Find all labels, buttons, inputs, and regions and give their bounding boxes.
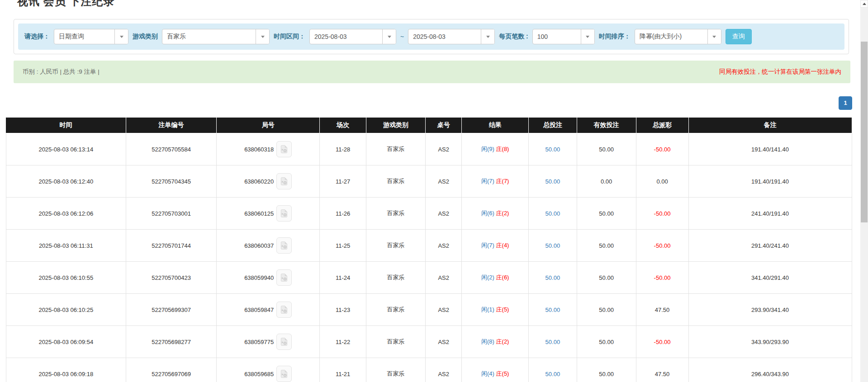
video-replay-button[interactable] <box>276 269 292 286</box>
cell-valid-bet: 50.00 <box>577 294 636 326</box>
total-bet-link[interactable]: 50.00 <box>545 339 560 345</box>
cell-time: 2025-08-03 06:10:55 <box>6 262 126 294</box>
result-banker: 庄(5) <box>496 306 509 313</box>
total-bet-link[interactable]: 50.00 <box>545 274 560 281</box>
cell-result: 闲(6) 庄(2) <box>462 198 529 230</box>
column-header: 总派彩 <box>636 118 688 133</box>
date-from-select[interactable]: 2025-08-03 <box>309 29 396 44</box>
select-type-label: 请选择： <box>24 33 50 41</box>
cell-table-no: AS2 <box>425 326 461 358</box>
video-replay-icon <box>280 369 289 379</box>
cell-payout: -50.00 <box>636 262 688 294</box>
date-to-select[interactable]: 2025-08-03 <box>408 29 495 44</box>
chevron-down-icon <box>481 29 494 44</box>
cell-payout: -50.00 <box>636 326 688 358</box>
result-banker: 庄(7) <box>496 178 509 184</box>
column-header: 总投注 <box>529 118 577 133</box>
cell-session: 11-22 <box>320 326 366 358</box>
vertical-scrollbar[interactable] <box>860 0 868 382</box>
page-size-label: 每页笔数 : <box>499 33 528 41</box>
video-replay-button[interactable] <box>276 302 292 318</box>
cell-game-type: 百家乐 <box>366 230 426 262</box>
column-header: 场次 <box>320 118 366 133</box>
cell-table-no: AS2 <box>425 165 461 198</box>
cell-session: 11-24 <box>320 262 366 294</box>
table-row: 2025-08-03 06:12:40522705704345638060220… <box>6 165 852 198</box>
cell-round: 638059775 <box>217 326 320 358</box>
video-replay-button[interactable] <box>276 334 292 350</box>
cell-total-bet: 50.00 <box>529 230 577 262</box>
page-size-select[interactable]: 100 <box>532 29 595 44</box>
cell-total-bet: 50.00 <box>529 358 577 382</box>
video-replay-button[interactable] <box>276 237 292 254</box>
video-replay-button[interactable] <box>276 366 292 382</box>
video-replay-icon <box>280 337 289 347</box>
round-number: 638059685 <box>244 371 274 377</box>
cell-payout: -50.00 <box>636 230 688 262</box>
cell-bet-id: 522705698277 <box>126 326 217 358</box>
cell-valid-bet: 50.00 <box>577 198 636 230</box>
page-1-button[interactable]: 1 <box>839 96 852 110</box>
cell-game-type: 百家乐 <box>366 326 426 358</box>
cell-remark: 191.40/141.40 <box>688 133 852 165</box>
cell-bet-id: 522705699307 <box>126 294 217 326</box>
cell-bet-id: 522705705584 <box>126 133 217 165</box>
round-number: 638060220 <box>244 178 274 185</box>
round-number: 638060318 <box>244 146 274 153</box>
cell-payout: -50.00 <box>636 133 688 165</box>
result-banker: 庄(2) <box>496 210 509 217</box>
cell-bet-id: 522705697069 <box>126 358 217 382</box>
total-bet-link[interactable]: 50.00 <box>545 146 560 153</box>
scroll-up-arrow-icon[interactable] <box>860 0 868 8</box>
cell-session: 11-23 <box>320 294 366 326</box>
video-replay-icon <box>280 144 289 154</box>
round-number: 638060125 <box>244 210 274 217</box>
result-player: 闲(7) <box>481 178 494 184</box>
cell-result: 闲(7) 庄(4) <box>462 230 529 262</box>
table-row: 2025-08-03 06:09:54522705698277638059775… <box>6 326 852 358</box>
cell-time: 2025-08-03 06:09:54 <box>6 326 126 358</box>
game-type-select[interactable]: 百家乐 <box>162 29 270 44</box>
filter-bar: 请选择： 日期查询 游戏类别 百家乐 时间区间： 2025-08-03 ~ 20… <box>18 24 844 50</box>
cell-time: 2025-08-03 06:10:25 <box>6 294 126 326</box>
video-replay-button[interactable] <box>276 205 292 222</box>
total-bet-link[interactable]: 50.00 <box>545 371 560 377</box>
cell-round: 638060220 <box>217 165 320 198</box>
query-type-select[interactable]: 日期查询 <box>54 29 128 44</box>
time-range-label: 时间区间： <box>274 33 305 41</box>
total-bet-link[interactable]: 50.00 <box>545 178 560 185</box>
cell-total-bet: 50.00 <box>529 294 577 326</box>
total-bet-link[interactable]: 50.00 <box>545 210 560 217</box>
time-sort-select[interactable]: 降幂(由大到小) <box>635 29 721 44</box>
chevron-down-icon <box>581 29 594 44</box>
game-type-label: 游戏类别 <box>133 33 158 41</box>
video-replay-button[interactable] <box>276 141 292 157</box>
total-bet-link[interactable]: 50.00 <box>545 307 560 313</box>
total-bet-link[interactable]: 50.00 <box>545 242 560 249</box>
cell-total-bet: 50.00 <box>529 133 577 165</box>
cell-valid-bet: 0.00 <box>577 165 636 198</box>
round-number: 638059940 <box>244 274 274 281</box>
page-title: 视讯 会员 下注纪录 <box>17 0 868 9</box>
cell-table-no: AS2 <box>425 294 461 326</box>
scrollbar-thumb[interactable] <box>861 42 868 222</box>
cell-table-no: AS2 <box>425 230 461 262</box>
query-button[interactable]: 查询 <box>726 29 752 44</box>
cell-time: 2025-08-03 06:09:18 <box>6 358 126 382</box>
game-type-value: 百家乐 <box>162 33 256 41</box>
round-number: 638060037 <box>244 242 274 249</box>
cell-round: 638060318 <box>217 133 320 165</box>
video-replay-button[interactable] <box>276 173 292 189</box>
cell-payout: 0.00 <box>636 165 688 198</box>
cell-bet-id: 522705701744 <box>126 230 217 262</box>
cell-remark: 341.40/291.40 <box>688 262 852 294</box>
cell-table-no: AS2 <box>425 133 461 165</box>
result-banker: 庄(5) <box>496 370 509 377</box>
cell-remark: 343.90/293.90 <box>688 326 852 358</box>
result-banker: 庄(8) <box>496 146 509 152</box>
result-banker: 庄(6) <box>496 274 509 281</box>
result-player: 闲(9) <box>481 146 494 152</box>
cell-round: 638060125 <box>217 198 320 230</box>
filter-panel: 请选择： 日期查询 游戏类别 百家乐 时间区间： 2025-08-03 ~ 20… <box>14 19 849 54</box>
cell-game-type: 百家乐 <box>366 198 426 230</box>
